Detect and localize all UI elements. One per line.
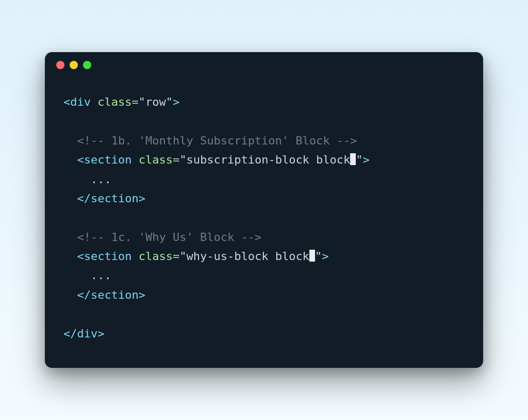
code-editor-window: <div class="row"> <!-- 1b. 'Monthly Subs… (45, 52, 483, 368)
text-cursor-icon (350, 153, 356, 165)
code-line-section2-close: </section> (77, 288, 145, 301)
maximize-icon[interactable] (83, 61, 91, 69)
code-line-1: <div class="row"> (63, 95, 179, 108)
code-line-section2-open: <section class="why-us-block block"> (77, 250, 329, 263)
code-line-section2-body: ... (91, 269, 111, 282)
window-titlebar (45, 52, 483, 78)
minimize-icon[interactable] (70, 61, 78, 69)
code-content[interactable]: <div class="row"> <!-- 1b. 'Monthly Subs… (45, 78, 483, 368)
code-line-section1-body: ... (91, 173, 111, 186)
code-line-section1-close: </section> (77, 192, 145, 205)
code-comment-1: <!-- 1b. 'Monthly Subscription' Block --… (77, 134, 357, 147)
code-line-div-close: </div> (63, 327, 105, 340)
close-icon[interactable] (56, 61, 64, 69)
text-cursor-icon (309, 250, 315, 262)
code-comment-2: <!-- 1c. 'Why Us' Block --> (77, 231, 262, 244)
code-line-section1-open: <section class="subscription-block block… (77, 153, 370, 166)
